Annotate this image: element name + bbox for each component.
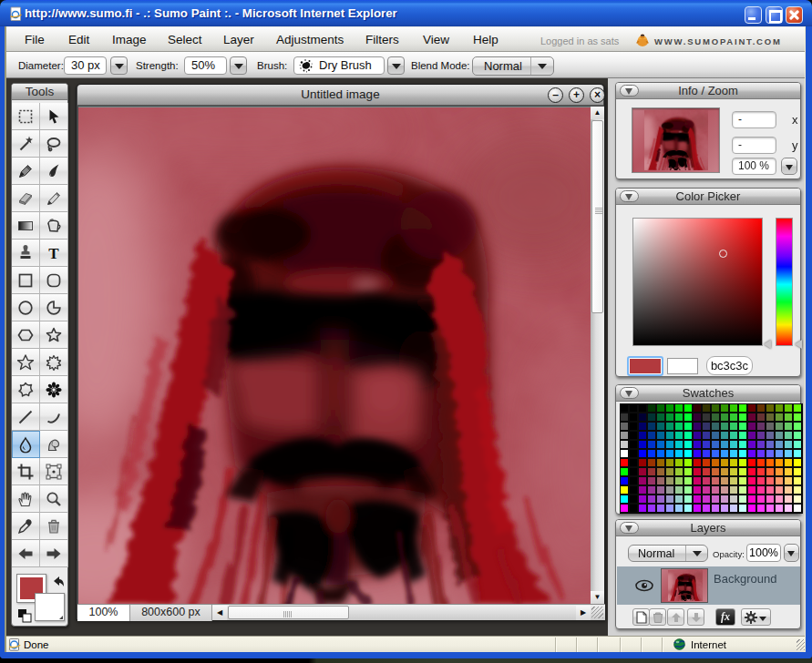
svg-text:T: T [48, 244, 59, 261]
